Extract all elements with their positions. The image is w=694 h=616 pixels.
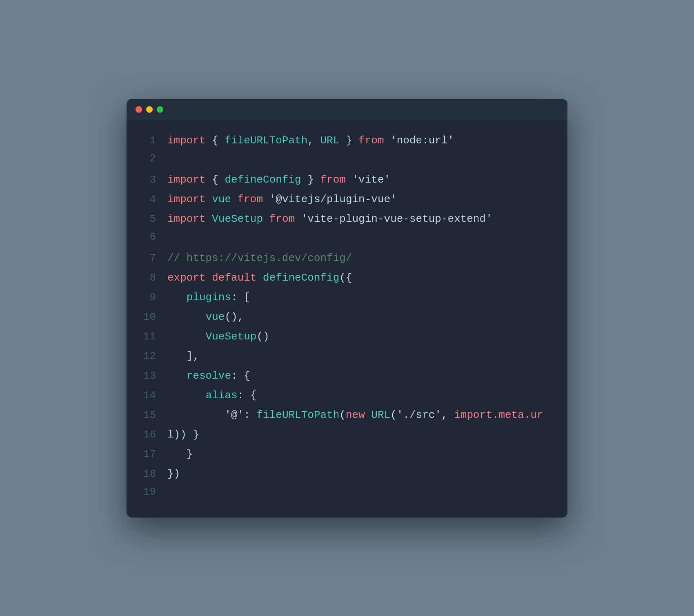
token-plain [206, 193, 212, 205]
line-content: ], [167, 348, 199, 364]
token-plain [365, 409, 371, 421]
code-line: 17 } [127, 446, 567, 466]
token-kw: import [167, 174, 206, 186]
token-val: import.meta.ur [454, 409, 543, 421]
token-plain [167, 370, 187, 382]
code-line: 4import vue from '@vitejs/plugin-vue' [127, 192, 567, 211]
token-str: 'vite-plugin-vue-setup-extend' [301, 213, 492, 225]
token-plain: }) [167, 468, 180, 480]
token-plain [167, 330, 206, 343]
line-content: '@': fileURLToPath(new URL('./src', impo… [167, 407, 543, 423]
token-plain: ('./src', [390, 409, 454, 421]
line-content: resolve: { [167, 368, 250, 384]
token-plain: } [167, 448, 193, 460]
token-plain: ( [339, 409, 346, 421]
token-plain: : [244, 409, 256, 421]
line-number: 12 [135, 350, 156, 362]
token-plain [256, 272, 263, 284]
code-line: 6 [127, 231, 567, 250]
line-number: 3 [135, 174, 156, 186]
line-number: 10 [135, 311, 156, 323]
line-content: import { defineConfig } from 'vite' [167, 172, 390, 188]
code-line: 2 [127, 152, 567, 172]
token-plain: , [307, 134, 320, 147]
token-plain [231, 193, 238, 205]
token-plain [206, 272, 212, 284]
code-line: 16l)) } [127, 427, 567, 446]
token-plain [206, 213, 212, 225]
maximize-button[interactable] [157, 106, 163, 113]
token-kw: from [358, 134, 384, 147]
line-number: 11 [135, 330, 156, 343]
token-plain: { [206, 134, 225, 147]
line-number: 6 [135, 231, 156, 243]
token-plain: : [ [231, 291, 250, 304]
token-kw: from [269, 213, 295, 225]
token-kw: default [212, 272, 256, 284]
line-content: import VueSetup from 'vite-plugin-vue-se… [167, 211, 492, 227]
line-number: 16 [135, 429, 156, 441]
token-plain: () [256, 330, 269, 343]
line-content: // https://vitejs.dev/config/ [167, 250, 352, 266]
code-line: 3import { defineConfig } from 'vite' [127, 172, 567, 192]
token-plain [263, 213, 269, 225]
token-plain: } [301, 174, 320, 186]
token-plain [295, 213, 301, 225]
token-plain [167, 311, 206, 323]
line-content: import { fileURLToPath, URL } from 'node… [167, 133, 454, 149]
code-line: 18}) [127, 466, 567, 486]
code-editor: 1import { fileURLToPath, URL } from 'nod… [127, 121, 567, 518]
token-plain [167, 291, 187, 304]
token-plain: { [206, 174, 225, 186]
token-fn: URL [320, 134, 340, 147]
code-line: 12 ], [127, 348, 567, 368]
token-str: 'vite' [352, 174, 391, 186]
token-fn: defineConfig [263, 272, 339, 284]
token-kw: import [167, 213, 206, 225]
token-plain: l)) } [167, 429, 199, 441]
token-kw: from [238, 193, 263, 205]
token-kw: import [167, 134, 206, 147]
line-content: }) [167, 466, 180, 482]
token-plain: } [339, 134, 358, 147]
token-fn: vue [206, 311, 225, 323]
token-kw: export [167, 272, 206, 284]
token-plain [384, 134, 391, 147]
token-fn: fileURLToPath [225, 134, 307, 147]
line-content: import vue from '@vitejs/plugin-vue' [167, 192, 397, 208]
token-plain [346, 174, 352, 186]
code-line: 9 plugins: [ [127, 290, 567, 309]
close-button[interactable] [136, 106, 142, 113]
line-number: 17 [135, 448, 156, 460]
line-content: alias: { [167, 388, 256, 404]
line-content: vue(), [167, 309, 244, 325]
token-plain [263, 193, 269, 205]
line-number: 5 [135, 213, 156, 225]
line-number: 18 [135, 468, 156, 480]
code-line: 11 VueSetup() [127, 329, 567, 348]
token-plain: ({ [339, 272, 352, 284]
token-plain: : { [231, 370, 250, 382]
token-comment: // https://vitejs.dev/config/ [167, 252, 352, 264]
token-fn: VueSetup [206, 330, 257, 343]
code-line: 15 '@': fileURLToPath(new URL('./src', i… [127, 407, 567, 427]
line-number: 8 [135, 272, 156, 284]
token-fn: VueSetup [212, 213, 263, 225]
token-fn: URL [371, 409, 390, 421]
token-key: plugins [187, 291, 231, 304]
code-line: 14 alias: { [127, 388, 567, 407]
line-number: 7 [135, 252, 156, 264]
code-line: 13 resolve: { [127, 368, 567, 388]
code-line: 8export default defineConfig({ [127, 270, 567, 290]
token-plain: ], [167, 350, 199, 362]
line-content: plugins: [ [167, 290, 250, 306]
token-plain [167, 409, 225, 421]
code-line: 10 vue(), [127, 309, 567, 329]
code-line: 7// https://vitejs.dev/config/ [127, 250, 567, 270]
token-fn: fileURLToPath [256, 409, 339, 421]
line-content: } [167, 446, 193, 462]
minimize-button[interactable] [146, 106, 153, 113]
titlebar [127, 99, 567, 121]
token-kw: import [167, 193, 206, 205]
token-key: alias [206, 389, 238, 402]
